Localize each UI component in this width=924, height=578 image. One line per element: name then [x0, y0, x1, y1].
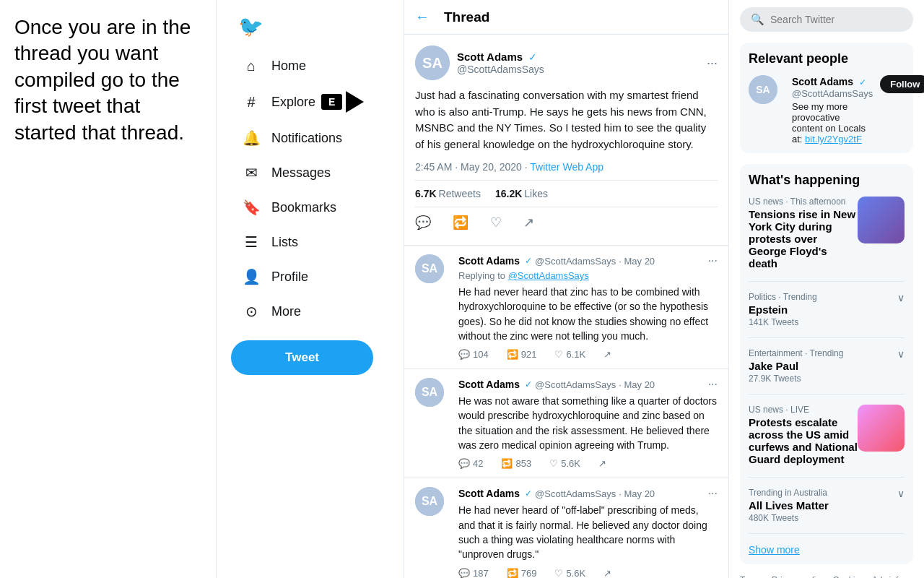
sidebar-item-profile[interactable]: 👤 Profile — [231, 260, 389, 293]
show-more-button[interactable]: Show more — [749, 544, 905, 556]
sidebar-item-more[interactable]: ⊙ More — [231, 295, 389, 328]
reply-date: · May 20 — [619, 379, 655, 390]
tweet-time: 2:45 AM · May 20, 2020 — [415, 161, 522, 173]
lists-icon: ☰ — [242, 233, 261, 251]
chevron-down-icon[interactable]: ∨ — [897, 348, 905, 360]
author-handle: @ScottAdamsSays — [457, 64, 707, 75]
trending-image — [858, 405, 905, 452]
person-info: Scott Adams ✓ @ScottAdamsSays See my mor… — [792, 75, 873, 144]
ads-info-link[interactable]: Ads info — [872, 575, 903, 578]
like-action[interactable]: ♡ 6.1K — [554, 349, 585, 360]
chevron-down-icon[interactable]: ∨ — [897, 292, 905, 303]
retweet-action[interactable]: 🔁 921 — [507, 349, 537, 360]
reply-actions: 💬 42 🔁 853 ♡ 5.6K ↗ — [458, 458, 718, 469]
trending-row: US news · LIVE Protests escalate across … — [749, 405, 905, 467]
share-action[interactable]: ↗ — [603, 568, 611, 578]
like-action[interactable]: ♡ 5.6K — [549, 458, 580, 469]
whats-happening-section: What's happening US news · This afternoo… — [740, 164, 913, 564]
more-options-button[interactable]: ··· — [708, 378, 718, 391]
sidebar-item-explore[interactable]: # Explore E — [231, 84, 389, 120]
verified-icon: ✓ — [525, 256, 532, 266]
more-options-button[interactable]: ··· — [707, 56, 718, 71]
right-sidebar: 🔍 Relevant people SA Scott Adams ✓ @Scot… — [729, 0, 924, 578]
like-action[interactable]: ♡ 5.6K — [554, 568, 585, 578]
reply-text: He had never heard that zinc has to be c… — [458, 285, 718, 343]
relevant-people-section: Relevant people SA Scott Adams ✓ @ScottA… — [740, 43, 913, 153]
sidebar: 🐦 ⌂ Home # Explore E 🔔 Notifications ✉ M… — [217, 0, 404, 578]
trending-row: US news · This afternoon Tensions rise i… — [749, 197, 905, 271]
retweet-action[interactable]: 🔁 — [453, 215, 468, 230]
comment-action[interactable]: 💬 42 — [458, 458, 483, 469]
thread-header: ← Thread — [404, 0, 728, 35]
twitter-logo: 🐦 — [231, 7, 271, 46]
retweet-action[interactable]: 🔁 853 — [501, 458, 531, 469]
more-options-button[interactable]: ··· — [708, 487, 718, 500]
person-name: Scott Adams — [792, 76, 853, 87]
share-action[interactable]: ↗ — [603, 349, 611, 360]
verified-icon: ✓ — [525, 379, 532, 389]
trending-item: Trending in Australia All Lives Matter 4… — [749, 488, 905, 534]
sidebar-item-label: Bookmarks — [271, 200, 336, 215]
privacy-link[interactable]: Privacy policy — [772, 575, 824, 578]
retweet-action[interactable]: 🔁 769 — [507, 568, 537, 578]
comment-action[interactable]: 💬 — [415, 215, 431, 230]
author-info: Scott Adams ✓ @ScottAdamsSays — [457, 51, 707, 75]
reply-content: Scott Adams ✓ @ScottAdamsSays · May 20 ·… — [458, 254, 718, 360]
sidebar-item-home[interactable]: ⌂ Home — [231, 49, 389, 82]
reply-text: He had never heard of "off-label" prescr… — [458, 503, 718, 561]
explore-icon: # — [242, 92, 261, 111]
trending-topic: Tensions rise in New York City during pr… — [749, 208, 858, 269]
footer-links: Terms Privacy policy Cookies Ads info Mo… — [740, 575, 913, 578]
home-icon: ⌂ — [242, 56, 261, 75]
sidebar-item-bookmarks[interactable]: 🔖 Bookmarks — [231, 191, 389, 224]
person-handle: @ScottAdamsSays — [792, 88, 873, 99]
search-box: 🔍 — [740, 7, 913, 32]
reply-author-name: Scott Adams — [458, 488, 520, 499]
trending-category: US news · LIVE — [749, 405, 858, 415]
sidebar-item-label: Home — [271, 59, 306, 74]
tweet-actions: 💬 🔁 ♡ ↗ — [415, 211, 718, 234]
reply-actions: 💬 104 🔁 921 ♡ 6.1K ↗ — [458, 349, 718, 360]
trending-item: Entertainment · Trending Jake Paul 27.9K… — [749, 348, 905, 394]
trending-category: Entertainment · Trending — [749, 348, 843, 358]
reply-text: He was not aware that something like a q… — [458, 394, 718, 452]
reply-author-name: Scott Adams — [458, 255, 520, 267]
replying-to: Replying to @ScottAdamsSays — [458, 270, 718, 281]
more-options-button[interactable]: ··· — [708, 254, 718, 267]
reply-content: Scott Adams ✓ @ScottAdamsSays · May 20 ·… — [458, 378, 718, 469]
terms-link[interactable]: Terms — [740, 575, 764, 578]
trending-category: Trending in Australia — [749, 488, 829, 498]
trending-count: 480K Tweets — [749, 513, 829, 523]
tweet-button[interactable]: Tweet — [231, 340, 373, 375]
trending-row: Politics · Trending Epstein 141K Tweets … — [749, 292, 905, 327]
reply-handle: @ScottAdamsSays — [535, 256, 616, 267]
reply-tweet: SA Scott Adams ✓ @ScottAdamsSays · May 2… — [404, 369, 728, 478]
comment-action[interactable]: 💬 187 — [458, 568, 489, 578]
follow-button[interactable]: Follow — [880, 75, 924, 93]
tweet-meta: 2:45 AM · May 20, 2020 · Twitter Web App — [415, 161, 718, 173]
back-button[interactable]: ← — [415, 9, 430, 25]
like-action[interactable]: ♡ — [490, 215, 502, 230]
trending-category: US news · This afternoon — [749, 197, 858, 207]
tweet-platform[interactable]: Twitter Web App — [530, 161, 603, 173]
sidebar-item-label: More — [271, 304, 301, 319]
trending-count: 141K Tweets — [749, 317, 817, 327]
sidebar-item-messages[interactable]: ✉ Messages — [231, 156, 389, 189]
trending-topic: Epstein — [749, 303, 817, 316]
sidebar-item-label: Notifications — [271, 131, 342, 146]
tweet-author-row: SA Scott Adams ✓ @ScottAdamsSays ··· — [415, 46, 718, 80]
sidebar-item-lists[interactable]: ☰ Lists — [231, 225, 389, 259]
share-action[interactable]: ↗ — [523, 215, 534, 230]
verified-icon: ✓ — [525, 488, 532, 499]
instruction-panel: Once you are in the thread you want comp… — [0, 0, 217, 578]
reply-content: Scott Adams ✓ @ScottAdamsSays · May 20 ·… — [458, 487, 718, 578]
share-action[interactable]: ↗ — [598, 458, 606, 469]
chevron-down-icon[interactable]: ∨ — [897, 488, 905, 499]
trending-topic: All Lives Matter — [749, 499, 829, 512]
avatar: SA — [415, 46, 450, 80]
search-input[interactable] — [770, 14, 902, 25]
cookies-link[interactable]: Cookies — [833, 575, 864, 578]
sidebar-item-notifications[interactable]: 🔔 Notifications — [231, 121, 389, 155]
comment-action[interactable]: 💬 104 — [458, 349, 489, 360]
reply-author-row: Scott Adams ✓ @ScottAdamsSays · May 20 ·… — [458, 487, 718, 500]
